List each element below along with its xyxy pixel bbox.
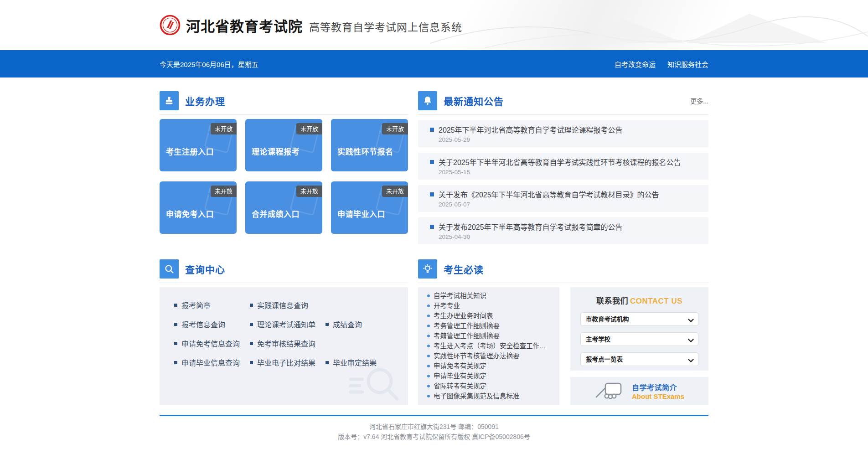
contact-title-cn: 联系我们 bbox=[596, 297, 628, 305]
must-read-item[interactable]: 考籍管理工作细则摘要 bbox=[418, 331, 559, 341]
not-open-badge: 未开放 bbox=[296, 123, 322, 134]
notices-section-title: 最新通知公告 bbox=[444, 94, 504, 108]
bullet-square-icon bbox=[430, 225, 434, 229]
notice-date: 2025-04-30 bbox=[439, 233, 702, 240]
must-read-item[interactable]: 实践性环节考核管理办法摘要 bbox=[418, 351, 559, 361]
main-content: 业务办理 未开放考生注册入口未开放理论课程报考未开放实践性环节报名未开放申请免考… bbox=[160, 77, 708, 449]
business-button-1[interactable]: 未开放考生注册入口 bbox=[160, 119, 237, 171]
site-logo-icon bbox=[160, 15, 181, 36]
query-link[interactable]: 成绩查询 bbox=[326, 319, 362, 330]
business-section: 业务办理 未开放考生注册入口未开放理论课程报考未开放实践性环节报名未开放申请免考… bbox=[160, 91, 408, 244]
query-link[interactable]: 实践课信息查询 bbox=[250, 299, 308, 310]
query-row: 申请毕业信息查询毕业电子比对结果毕业审定结果 bbox=[160, 353, 408, 372]
current-date: 今天是2025年06月06日，星期五 bbox=[160, 59, 258, 69]
business-button-3[interactable]: 未开放实践性环节报名 bbox=[331, 119, 408, 171]
query-link[interactable]: 申请毕业信息查询 bbox=[174, 357, 250, 368]
page: 河北省教育考试院 高等教育自学考试网上信息系统 今天是2025年06月06日，星… bbox=[0, 0, 868, 449]
bullet-square-icon bbox=[326, 323, 329, 326]
site-header: 河北省教育考试院 高等教育自学考试网上信息系统 bbox=[0, 0, 868, 50]
notices-more-link[interactable]: 更多... bbox=[690, 96, 708, 105]
query-link[interactable]: 报考信息查询 bbox=[174, 319, 250, 330]
must-read-item[interactable]: 省际转考有关规定 bbox=[418, 381, 559, 391]
contact-select-wrap: 市教育考试机构 bbox=[580, 312, 698, 326]
contact-select-2[interactable]: 主考学校 bbox=[580, 332, 698, 346]
query-link[interactable]: 报考简章 bbox=[174, 299, 250, 310]
business-button-6[interactable]: 未开放申请毕业入口 bbox=[331, 181, 408, 234]
intro-box[interactable]: 自学考试简介 About STExams bbox=[570, 377, 708, 405]
contact-column: 联系我们CONTACT US 市教育考试机构主考学校报考点一览表 bbox=[570, 287, 708, 405]
must-read-item[interactable]: 考生办理业务时间表 bbox=[418, 311, 559, 321]
must-read-item[interactable]: 开考专业 bbox=[418, 301, 559, 311]
query-row: 报考信息查询理论课考试通知单成绩查询 bbox=[160, 315, 408, 334]
slogan-link-left[interactable]: 自考改变命运 bbox=[615, 59, 656, 69]
contact-title-en: CONTACT US bbox=[630, 297, 682, 305]
must-read-section: 考生必读 自学考试相关知识开考专业考生办理业务时间表考务管理工作细则摘要考籍管理… bbox=[418, 259, 708, 405]
slogan-link-right[interactable]: 知识服务社会 bbox=[667, 59, 708, 69]
business-section-header: 业务办理 bbox=[160, 91, 408, 115]
bullet-square-icon bbox=[174, 304, 177, 307]
query-link[interactable]: 免考审核结果查询 bbox=[250, 338, 315, 349]
bullet-square-icon bbox=[174, 342, 177, 345]
notice-date: 2025-05-29 bbox=[439, 136, 702, 143]
must-read-item[interactable]: 申请免考有关规定 bbox=[418, 361, 559, 371]
bullet-square-icon bbox=[250, 323, 253, 326]
contact-select-1[interactable]: 市教育考试机构 bbox=[580, 312, 698, 326]
bell-icon bbox=[418, 91, 437, 110]
notice-item[interactable]: 关于发布《2025年下半年河北省高等教育自学考试教材目录》的公告2025-05-… bbox=[418, 185, 708, 212]
date-bar: 今天是2025年06月06日，星期五 自考改变命运 知识服务社会 bbox=[0, 50, 868, 77]
footer-version: 版本号：v7.64 河北省教育考试院保留所有版权 冀ICP备05002806号 bbox=[160, 432, 708, 442]
not-open-badge: 未开放 bbox=[211, 186, 237, 197]
notice-title: 关于发布《2025年下半年河北省高等教育自学考试教材目录》的公告 bbox=[430, 189, 702, 200]
business-button-label: 理论课程报考 bbox=[252, 145, 300, 157]
query-link[interactable]: 申请免考信息查询 bbox=[174, 338, 250, 349]
site-name: 河北省教育考试院 bbox=[186, 15, 303, 36]
business-button-label: 申请免考入口 bbox=[166, 208, 214, 219]
must-read-section-title: 考生必读 bbox=[444, 262, 484, 276]
business-button-label: 实践性环节报名 bbox=[337, 145, 393, 157]
not-open-badge: 未开放 bbox=[211, 123, 237, 134]
contact-panel: 联系我们CONTACT US 市教育考试机构主考学校报考点一览表 bbox=[570, 287, 708, 371]
notices-section: 最新通知公告 更多... 2025年下半年河北省高等教育自学考试理论课程报考公告… bbox=[418, 91, 708, 244]
bullet-square-icon bbox=[250, 361, 253, 364]
footer-divider bbox=[160, 415, 708, 416]
query-section: 查询中心 报考简章实践课信息查询报考信息查询理论课考试通知单成绩查询申请免考信息… bbox=[160, 259, 408, 405]
must-read-item[interactable]: 考务管理工作细则摘要 bbox=[418, 321, 559, 331]
notice-title: 关于2025年下半年河北省高等教育自学考试实践性环节考核课程的报名公告 bbox=[430, 156, 702, 167]
notice-item[interactable]: 关于发布2025年下半年高等教育自学考试报考简章的公告2025-04-30 bbox=[418, 217, 708, 244]
query-rows: 报考简章实践课信息查询报考信息查询理论课考试通知单成绩查询申请免考信息查询免考审… bbox=[160, 295, 408, 372]
system-name: 高等教育自学考试网上信息系统 bbox=[309, 19, 462, 34]
not-open-badge: 未开放 bbox=[296, 186, 322, 197]
lightbulb-icon bbox=[418, 259, 437, 279]
intro-title-en: About STExams bbox=[632, 392, 684, 400]
query-link[interactable]: 理论课考试通知单 bbox=[250, 319, 326, 330]
query-row: 报考简章实践课信息查询 bbox=[160, 295, 408, 315]
bullet-square-icon bbox=[430, 128, 434, 132]
must-read-item[interactable]: 电子图像采集规范及信息标准 bbox=[418, 391, 559, 401]
query-link[interactable]: 毕业审定结果 bbox=[326, 357, 377, 368]
business-button-4[interactable]: 未开放申请免考入口 bbox=[160, 181, 237, 234]
notice-date: 2025-05-07 bbox=[439, 201, 702, 208]
footer-address: 河北省石家庄市红旗大街231号 邮编：050091 bbox=[160, 422, 708, 432]
query-row: 申请免考信息查询免考审核结果查询 bbox=[160, 334, 408, 353]
bullet-square-icon bbox=[174, 323, 177, 326]
notice-list: 2025年下半年河北省高等教育自学考试理论课程报考公告2025-05-29关于2… bbox=[418, 120, 708, 244]
business-button-2[interactable]: 未开放理论课程报考 bbox=[245, 119, 322, 171]
must-read-item[interactable]: 自学考试相关知识 bbox=[418, 291, 559, 301]
business-button-5[interactable]: 未开放合并成绩入口 bbox=[245, 181, 322, 234]
bullet-square-icon bbox=[250, 304, 253, 307]
contact-select-wrap: 主考学校 bbox=[580, 332, 698, 346]
notice-item[interactable]: 2025年下半年河北省高等教育自学考试理论课程报考公告2025-05-29 bbox=[418, 120, 708, 147]
contact-select-3[interactable]: 报考点一览表 bbox=[580, 352, 698, 366]
bullet-square-icon bbox=[430, 192, 434, 196]
not-open-badge: 未开放 bbox=[382, 186, 408, 197]
bullet-square-icon bbox=[430, 160, 434, 164]
site-footer: 河北省石家庄市红旗大街231号 邮编：050091 版本号：v7.64 河北省教… bbox=[160, 422, 708, 449]
contact-title: 联系我们CONTACT US bbox=[580, 294, 698, 306]
not-open-badge: 未开放 bbox=[382, 123, 408, 134]
must-read-item[interactable]: 申请毕业有关规定 bbox=[418, 371, 559, 381]
must-read-item[interactable]: 考生进入考点（考场）安全检查工作… bbox=[418, 341, 559, 351]
notice-item[interactable]: 关于2025年下半年河北省高等教育自学考试实践性环节考核课程的报名公告2025-… bbox=[418, 153, 708, 180]
business-buttons: 未开放考生注册入口未开放理论课程报考未开放实践性环节报名未开放申请免考入口未开放… bbox=[160, 119, 408, 234]
query-link[interactable]: 毕业电子比对结果 bbox=[250, 357, 326, 368]
notice-date: 2025-05-15 bbox=[439, 169, 702, 175]
